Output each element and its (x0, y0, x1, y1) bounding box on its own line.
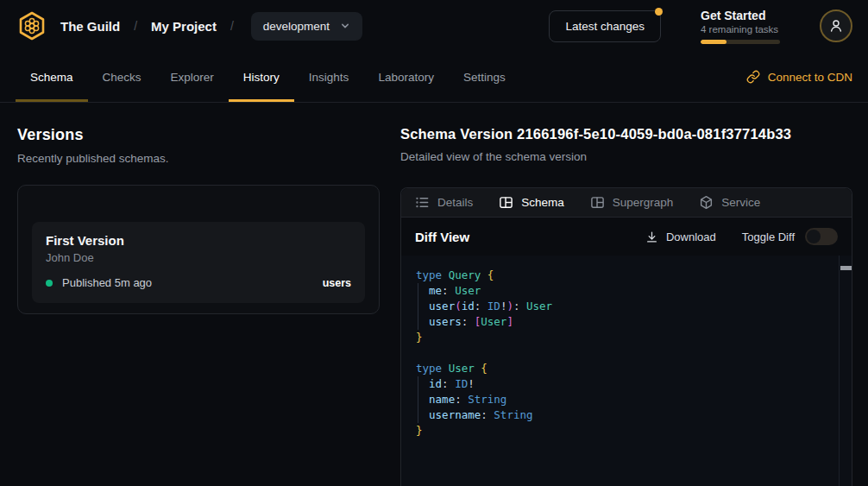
tab-underline (294, 99, 364, 102)
download-button[interactable]: Download (645, 230, 716, 243)
diff-toolbar: Diff View Download Toggle Diff (401, 218, 852, 256)
breadcrumb-separator: / (230, 19, 234, 33)
breadcrumb: The Guild / My Project / (60, 19, 234, 34)
tab-underline (229, 99, 294, 102)
nav-tab-settings[interactable]: Settings (449, 52, 520, 102)
latest-changes-label: Latest changes (565, 20, 645, 33)
app-header: The Guild / My Project / development Lat… (0, 0, 868, 52)
get-started-progressbar (701, 40, 780, 44)
detail-tab-label: Supergraph (613, 196, 674, 209)
nav-tab-explorer[interactable]: Explorer (156, 52, 229, 102)
code-scrollbar-thumb[interactable] (840, 266, 852, 270)
nav-tab-laboratory[interactable]: Laboratory (363, 52, 449, 102)
person-icon (827, 17, 845, 35)
tab-underline (156, 99, 229, 102)
target-select[interactable]: development (251, 12, 362, 41)
get-started-title: Get Started (701, 9, 780, 22)
tab-underline (88, 99, 156, 102)
versions-title: Versions (17, 126, 380, 144)
primary-nav: Schema Checks Explorer History Insights … (0, 52, 868, 103)
version-service-badge: users (323, 277, 351, 289)
panels-icon (499, 195, 513, 210)
published-status-icon (46, 280, 53, 287)
nav-tab-label: Laboratory (378, 71, 434, 84)
sdl-code: type Query { me: User user(id: ID!): Use… (416, 268, 834, 439)
versions-list-card: First Version John Doe Published 5m ago … (17, 185, 380, 314)
connect-to-cdn-link[interactable]: Connect to CDN (746, 52, 852, 102)
tab-underline (449, 99, 520, 102)
tab-underline (16, 99, 88, 102)
indent-guide (418, 283, 418, 330)
download-label: Download (666, 230, 716, 243)
get-started-progress-fill (701, 40, 726, 44)
nav-tab-label: Insights (309, 71, 349, 84)
schema-code-viewer: type Query { me: User user(id: ID!): Use… (401, 256, 852, 486)
code-scrollbar[interactable] (839, 256, 852, 486)
main-content: Versions Recently published schemas. Fir… (0, 103, 868, 486)
versions-panel: Versions Recently published schemas. Fir… (17, 126, 380, 486)
version-status-row: Published 5m ago users (46, 276, 351, 289)
detail-tabs: Details Schema Sup (401, 188, 852, 218)
detail-tab-label: Schema (521, 196, 564, 209)
notification-dot (655, 8, 663, 16)
link-icon (746, 70, 760, 84)
version-detail-subtitle: Detailed view of the schema version (400, 150, 852, 163)
version-status-text: Published 5m ago (62, 276, 152, 289)
get-started-widget[interactable]: Get Started 4 remaining tasks (701, 9, 780, 44)
breadcrumb-project[interactable]: My Project (151, 19, 217, 34)
detail-tab-details[interactable]: Details (415, 195, 473, 210)
version-list-item[interactable]: First Version John Doe Published 5m ago … (32, 222, 365, 303)
diff-view-title: Diff View (415, 230, 469, 244)
get-started-subtitle: 4 remaining tasks (701, 24, 780, 35)
version-author: John Doe (46, 251, 351, 264)
detail-tab-label: Details (437, 196, 473, 209)
target-select-value: development (263, 20, 330, 33)
nav-tab-schema[interactable]: Schema (16, 52, 88, 102)
schema-view-panel: Details Schema Sup (400, 187, 852, 486)
nav-tab-insights[interactable]: Insights (294, 52, 364, 102)
nav-tab-label: Schema (30, 71, 73, 84)
versions-subtitle: Recently published schemas. (17, 152, 380, 165)
download-icon (645, 230, 658, 243)
detail-tab-label: Service (721, 196, 760, 209)
indent-guide (418, 376, 418, 423)
user-avatar[interactable] (820, 9, 852, 42)
nav-tab-label: Checks (103, 71, 142, 84)
detail-tab-service[interactable]: Service (699, 195, 760, 210)
connect-to-cdn-label: Connect to CDN (768, 71, 852, 84)
nav-tab-label: Settings (463, 71, 506, 84)
chevron-down-icon (340, 21, 350, 31)
cube-icon (699, 195, 714, 210)
detail-tab-schema[interactable]: Schema (499, 195, 564, 210)
nav-tab-checks[interactable]: Checks (88, 52, 156, 102)
nav-tab-label: Explorer (171, 71, 214, 84)
tab-underline (363, 99, 449, 102)
breadcrumb-separator: / (134, 19, 137, 33)
breadcrumb-org[interactable]: The Guild (60, 19, 120, 34)
version-name: First Version (46, 233, 351, 248)
toggle-diff-switch[interactable] (805, 228, 838, 245)
nav-tab-history[interactable]: History (229, 52, 294, 102)
detail-tab-supergraph[interactable]: Supergraph (590, 195, 674, 210)
toggle-knob (807, 230, 821, 243)
hive-logo-icon[interactable] (16, 9, 48, 42)
nav-tab-label: History (243, 71, 280, 84)
list-icon (415, 195, 430, 210)
panels-icon (590, 195, 605, 210)
toggle-diff-label: Toggle Diff (742, 230, 795, 243)
version-detail-title: Schema Version 2166196f-5e10-4059-bd0a-0… (400, 126, 852, 142)
version-detail-panel: Schema Version 2166196f-5e10-4059-bd0a-0… (400, 126, 852, 486)
latest-changes-button[interactable]: Latest changes (549, 10, 661, 42)
